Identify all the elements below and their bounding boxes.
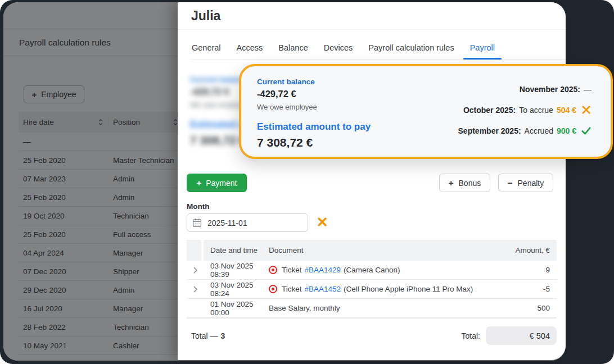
month-summary-row: November 2025: — xyxy=(458,79,592,99)
plus-icon: + xyxy=(196,178,201,188)
row-amount: 500 xyxy=(495,304,557,312)
doc-type: Ticket xyxy=(282,285,302,293)
divider xyxy=(178,29,566,30)
total-label: Total: xyxy=(462,331,480,340)
tab-balance[interactable]: Balance xyxy=(278,37,308,59)
tab-bar: General Access Balance Devices Payroll c… xyxy=(192,37,566,60)
ticket-link[interactable]: #BAA1429 xyxy=(305,266,341,274)
expand-row-button[interactable] xyxy=(191,266,200,275)
month-amount: 900 € xyxy=(557,126,576,135)
add-payment-button[interactable]: + Payment xyxy=(187,174,247,192)
ticket-icon xyxy=(269,285,277,293)
doc-note: (Camera Canon) xyxy=(344,266,400,274)
table-row[interactable]: 03 Nov 2025 08:24 Ticket #BAA1452 (Cell … xyxy=(187,280,557,299)
total-amount: € 504 xyxy=(486,326,557,345)
penalty-label: Penalty xyxy=(518,179,544,188)
tab-access[interactable]: Access xyxy=(237,37,263,59)
balance-card-blurred: Current balance -429,72 € We owe employe… xyxy=(190,75,246,147)
row-datetime: 01 Nov 2025 00:00 xyxy=(204,300,262,317)
ticket-icon xyxy=(269,266,277,274)
column-header-datetime: Date and time xyxy=(204,246,262,254)
month-summary-row: October 2025: To accrue 504 € xyxy=(458,99,592,120)
current-balance-label: Current balance xyxy=(257,78,371,86)
estimated-amount-value: 7 308,72 € xyxy=(257,136,371,149)
add-bonus-button[interactable]: + Bonus xyxy=(439,174,490,192)
cancel-accrual-icon[interactable] xyxy=(581,104,592,115)
blurred-estimated-value: 7 308,72 € xyxy=(190,134,246,147)
chevron-right-icon xyxy=(191,266,200,275)
month-input[interactable] xyxy=(187,213,308,232)
balance-summary: Current balance -429,72 € We owe employe… xyxy=(241,66,371,157)
blurred-current-balance-value: -429,72 € xyxy=(190,87,246,97)
table-row[interactable]: 01 Nov 2025 00:00 Base Salary, monthly 5… xyxy=(187,299,557,318)
column-header-document: Document xyxy=(262,246,495,254)
month-filter xyxy=(187,213,308,232)
documents-table-header: Date and time Document Amount, € xyxy=(187,240,557,261)
month-name: October 2025: xyxy=(463,106,516,115)
table-row[interactable]: 03 Nov 2025 08:39 Ticket #BAA1429 (Camer… xyxy=(187,261,557,280)
screen: Payroll calculation rules + Employee Hir… xyxy=(0,0,614,364)
row-datetime: 03 Nov 2025 08:24 xyxy=(204,281,262,298)
tab-general[interactable]: General xyxy=(192,37,221,59)
employee-panel: Julia General Access Balance Devices Pay… xyxy=(178,2,566,360)
doc-type: Ticket xyxy=(282,266,302,274)
column-header-amount: Amount, € xyxy=(495,246,557,254)
add-penalty-button[interactable]: − Penalty xyxy=(498,174,553,192)
plus-icon: + xyxy=(449,178,454,188)
blurred-current-balance-note: We owe employee xyxy=(190,101,246,109)
current-balance-value: -429,72 € xyxy=(257,89,371,99)
balance-highlight-card: Current balance -429,72 € We owe employe… xyxy=(239,64,613,159)
estimated-amount-label: Estimated amount to pay xyxy=(257,121,371,133)
month-status: — xyxy=(584,85,592,94)
blurred-current-balance-label: Current balance xyxy=(190,75,246,84)
clear-month-button[interactable] xyxy=(316,216,328,229)
chevron-right-icon xyxy=(191,285,200,294)
current-balance-note: We owe employee xyxy=(257,103,371,111)
ticket-link[interactable]: #BAA1452 xyxy=(305,285,341,293)
months-summary: November 2025: — October 2025: To accrue… xyxy=(458,66,611,157)
minus-icon: − xyxy=(508,178,513,188)
bonus-label: Bonus xyxy=(459,179,481,188)
blurred-estimated-label: Estimated amount to pay xyxy=(190,119,246,130)
month-amount: 504 € xyxy=(557,106,576,115)
documents-table: Date and time Document Amount, € 03 Nov … xyxy=(187,240,557,345)
payment-label: Payment xyxy=(206,179,237,188)
month-status: To accrue xyxy=(519,106,553,115)
tab-payroll[interactable]: Payroll xyxy=(470,37,495,59)
month-name: September 2025: xyxy=(458,126,521,135)
total-count: Total — 3 xyxy=(187,331,225,340)
row-datetime: 03 Nov 2025 08:39 xyxy=(204,262,262,279)
doc-note: (Cell Phone Apple iPhone 11 Pro Max) xyxy=(344,285,473,293)
tab-devices[interactable]: Devices xyxy=(324,37,353,59)
clear-x-icon xyxy=(317,216,328,228)
tab-payroll-calculation-rules[interactable]: Payroll calculation rules xyxy=(368,37,454,59)
accrued-check-icon[interactable] xyxy=(581,125,592,136)
table-footer: Total — 3 Total: € 504 xyxy=(187,318,557,345)
doc-text: Base Salary, monthly xyxy=(269,304,340,312)
month-status: Accrued xyxy=(525,126,553,135)
expander-column-header xyxy=(187,240,201,261)
month-name: November 2025: xyxy=(520,85,580,94)
expand-row-button[interactable] xyxy=(191,285,200,294)
month-filter-label: Month xyxy=(187,202,209,211)
panel-title: Julia xyxy=(191,8,220,24)
row-amount: -5 xyxy=(495,285,557,293)
row-amount: 9 xyxy=(495,266,557,274)
month-summary-row: September 2025: Accrued 900 € xyxy=(458,120,592,141)
